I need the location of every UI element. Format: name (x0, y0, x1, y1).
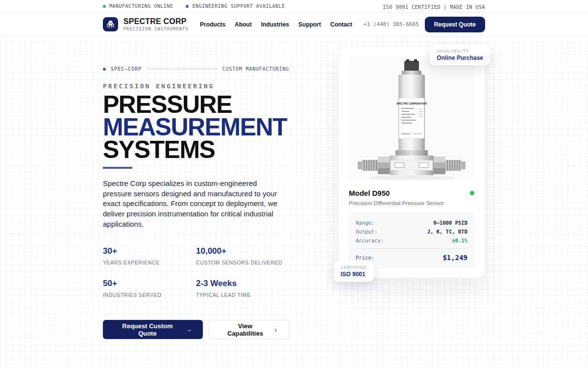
product-model-name: Model D950 (349, 189, 390, 197)
nav-link-support[interactable]: Support (298, 21, 321, 28)
hero-title: PRESSURE MEASUREMENT SYSTEMS (103, 93, 289, 161)
svg-text:SPECTRE CORPORATION: SPECTRE CORPORATION (396, 102, 427, 105)
spec-row-output: Output: J, K, TC, RTD (356, 227, 467, 236)
secondary-cta-label: View Capabilities (220, 322, 270, 337)
spec-value: 0–1000 PSID (433, 220, 467, 226)
stat-value: 50+ (103, 279, 196, 289)
certified-value: ISO 9001 (341, 271, 367, 278)
stat-label: INDUSTRIES SERVED (103, 292, 196, 298)
eyebrow-dot-icon (103, 68, 106, 71)
availability-value: Online Purchase (437, 54, 483, 61)
eyebrow-left-label: SPEC–CORP (111, 66, 142, 72)
stat-label: TYPICAL LEAD TIME (196, 292, 289, 298)
product-image: SPECTRE CORPORATION (349, 57, 474, 181)
nav-link-industries[interactable]: Industries (261, 21, 289, 28)
view-capabilities-button[interactable]: View Capabilities › (208, 320, 289, 339)
main-nav: Products About Industries Support Contac… (200, 21, 352, 28)
request-quote-button[interactable]: Request Quote (425, 17, 485, 32)
hero-title-line1: PRESSURE (103, 93, 289, 116)
hero-title-line2: MEASUREMENT (103, 116, 289, 138)
title-underline (103, 167, 132, 169)
price-row: Price: $1,249 (356, 248, 467, 262)
price-label: Price: (356, 255, 374, 261)
status-engineering: ENGINEERING SUPPORT AVAILABLE (186, 3, 285, 9)
stat-label: YEARS EXPERIENCE (103, 260, 196, 265)
status-manufacturing-label: MANUFACTURING ONLINE (109, 3, 173, 9)
spec-table: Range: 0–1000 PSID Output: J, K, TC, RTD… (349, 212, 474, 268)
chevron-right-icon: › (274, 326, 277, 333)
spec-value: J, K, TC, RTD (427, 229, 467, 235)
spec-label: Output: (356, 229, 377, 235)
price-value: $1,249 (442, 254, 467, 262)
green-status-dot-icon (103, 5, 106, 8)
hero-description: Spectre Corp specializes in custom-engin… (103, 179, 286, 229)
stat-years-experience: 30+ YEARS EXPERIENCE (103, 246, 196, 265)
status-engineering-label: ENGINEERING SUPPORT AVAILABLE (192, 3, 285, 9)
certification-text: ISO 9001 CERTIFIED | MADE IN USA (383, 4, 485, 10)
nav-link-contact[interactable]: Contact (330, 21, 352, 28)
brand-name: SPECTRE CORP (123, 17, 189, 26)
stat-label: CUSTOM SENSORS DELIVERED (196, 260, 289, 265)
availability-badge: AVAILABILITY Online Purchase (430, 45, 490, 65)
spec-value: ±0.1% (452, 237, 467, 243)
stat-value: 30+ (103, 246, 196, 256)
stat-lead-time: 2-3 Weeks TYPICAL LEAD TIME (196, 279, 289, 298)
primary-cta-label: Request Custom Quote (114, 322, 181, 337)
spec-label: Range: (356, 220, 374, 226)
stat-industries-served: 50+ INDUSTRIES SERVED (103, 279, 196, 298)
brand-tagline: PRECISION INSTRUMENTS (123, 26, 189, 31)
hero-title-line3: SYSTEMS (103, 138, 289, 161)
blue-status-dot-icon (186, 5, 189, 8)
hero-kicker: PRECISION ENGINEERING (103, 82, 289, 90)
certified-label: CERTIFIED (341, 265, 367, 270)
eyebrow-row: SPEC–CORP CUSTOM MANUFACTURING (103, 66, 289, 72)
availability-label: AVAILABILITY (437, 49, 483, 53)
stat-value: 10,000+ (196, 246, 289, 256)
nav-link-products[interactable]: Products (200, 21, 225, 28)
spec-label: Accuracy: (356, 237, 384, 243)
arrow-right-icon: → (186, 326, 192, 333)
eyebrow-right-label: CUSTOM MANUFACTURING (222, 66, 289, 72)
pressure-transducer-illustration: SPECTRE CORPORATION (349, 57, 474, 181)
product-card: AVAILABILITY Online Purchase (338, 46, 485, 278)
topbar: MANUFACTURING ONLINE ENGINEERING SUPPORT… (0, 0, 588, 13)
stat-value: 2-3 Weeks (196, 279, 289, 289)
spec-row-accuracy: Accuracy: ±0.1% (356, 236, 467, 245)
logo-mark (103, 17, 118, 31)
product-subtitle: Precision Differential Pressure Sensor (349, 200, 474, 206)
phone-number[interactable]: +1 (440) 385-6665 (364, 21, 419, 27)
spec-row-range: Range: 0–1000 PSID (356, 218, 467, 227)
header: SPECTRE CORP PRECISION INSTRUMENTS Produ… (0, 13, 588, 36)
request-custom-quote-button[interactable]: Request Custom Quote → (103, 320, 203, 339)
brand-logo[interactable]: SPECTRE CORP PRECISION INSTRUMENTS (103, 17, 189, 32)
stat-sensors-delivered: 10,000+ CUSTOM SENSORS DELIVERED (196, 246, 289, 265)
nav-link-about[interactable]: About (235, 21, 252, 28)
eyebrow-divider-line (147, 69, 217, 69)
iso-certified-badge: CERTIFIED ISO 9001 (334, 261, 374, 282)
in-stock-dot-icon (470, 191, 474, 195)
octopus-logo-icon (106, 20, 115, 29)
status-manufacturing: MANUFACTURING ONLINE (103, 3, 173, 9)
stats-grid: 30+ YEARS EXPERIENCE 10,000+ CUSTOM SENS… (103, 246, 289, 298)
main-section: SPEC–CORP CUSTOM MANUFACTURING PRECISION… (0, 36, 588, 368)
